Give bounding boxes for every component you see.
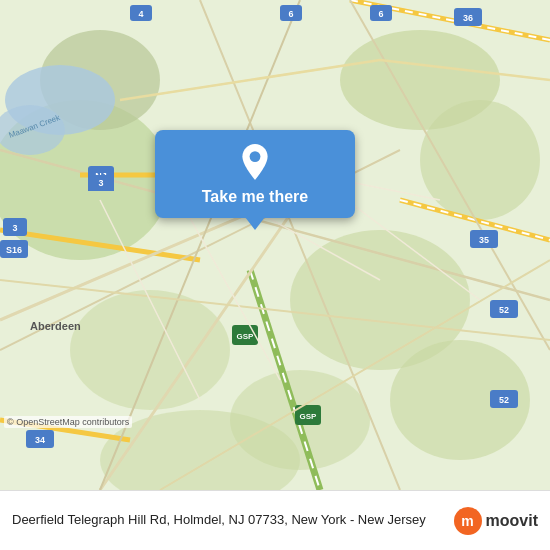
svg-text:3: 3 bbox=[12, 223, 17, 233]
tooltip-label: Take me there bbox=[202, 188, 308, 206]
svg-text:36: 36 bbox=[463, 13, 473, 23]
svg-text:GSP: GSP bbox=[300, 412, 318, 421]
moovit-m-icon: m bbox=[454, 507, 482, 535]
location-pin-icon bbox=[237, 144, 273, 180]
svg-point-5 bbox=[70, 290, 230, 410]
svg-text:6: 6 bbox=[378, 9, 383, 19]
moovit-logo: m moovit bbox=[454, 507, 538, 535]
svg-text:34: 34 bbox=[35, 435, 45, 445]
svg-text:6: 6 bbox=[288, 9, 293, 19]
address-text: Deerfield Telegraph Hill Rd, Holmdel, NJ… bbox=[12, 512, 446, 529]
svg-text:GSP: GSP bbox=[237, 332, 255, 341]
take-me-there-tooltip[interactable]: Take me there bbox=[155, 130, 355, 218]
svg-text:S16: S16 bbox=[6, 245, 22, 255]
svg-text:35: 35 bbox=[479, 235, 489, 245]
moovit-brand-text: moovit bbox=[486, 512, 538, 530]
svg-text:4: 4 bbox=[138, 9, 143, 19]
svg-text:Aberdeen: Aberdeen bbox=[30, 320, 81, 332]
svg-text:3: 3 bbox=[98, 178, 103, 188]
svg-point-2 bbox=[420, 100, 540, 220]
svg-point-67 bbox=[250, 151, 261, 162]
svg-text:52: 52 bbox=[499, 395, 509, 405]
osm-attribution: © OpenStreetMap contributors bbox=[4, 416, 132, 428]
svg-text:52: 52 bbox=[499, 305, 509, 315]
bottom-bar: Deerfield Telegraph Hill Rd, Holmdel, NJ… bbox=[0, 490, 550, 550]
map-container[interactable]: 3 S16 36 35 4 6 6 34 52 52 GSP GSP bbox=[0, 0, 550, 490]
